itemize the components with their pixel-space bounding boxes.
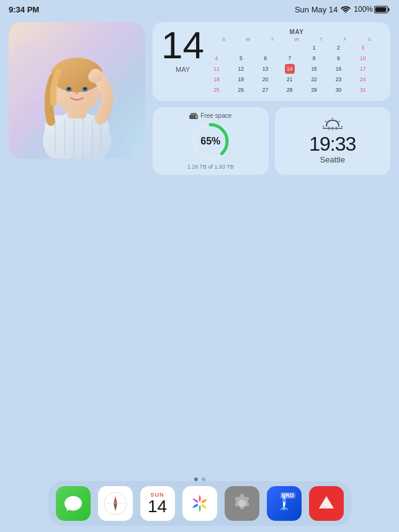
photo-placeholder [9,22,145,159]
calendar-dock-icon[interactable]: SUN 14 [140,486,175,521]
battery-label: 100% [354,5,373,14]
storage-icon [189,113,198,119]
svg-point-14 [68,87,70,90]
cal-day-8: 8 [309,53,319,63]
sunrise-icon [323,118,343,133]
photo-widget[interactable] [9,22,145,159]
red-app-icon[interactable] [309,486,344,521]
battery-icon: 100% [354,5,390,14]
svg-point-0 [345,12,346,13]
cal-day-28: 28 [285,85,295,95]
status-time: 9:34 PM [9,5,39,14]
cal-day-6: 6 [261,53,271,63]
time-widget[interactable]: 19:33 Seattle [275,107,391,175]
day-header-t2: T [309,37,333,42]
status-bar: 9:34 PM Sun May 14 100% [0,0,399,17]
cal-day-23: 23 [333,74,343,84]
day-header-f: F [333,37,357,42]
storage-widget[interactable]: Free space 65% 1.26 TB of 1.93 TB [153,107,269,175]
cal-day-22: 22 [309,74,319,84]
cal-day-1: 1 [309,43,319,53]
cal-day-empty [285,43,295,53]
city-label: Seattle [320,155,345,164]
cal-day-4: 4 [212,53,222,63]
calendar-month-bottom: MAY [176,66,190,73]
day-header-s1: S [212,37,236,42]
cal-day-2: 2 [333,43,343,53]
calendar-grid: MAY S M T W T F S 1 2 [212,29,382,95]
cal-day-31: 31 [358,85,368,95]
rocketsim-app-icon[interactable]: PRO [267,486,302,521]
cal-day-empty [212,43,222,53]
cal-day-15: 15 [309,64,319,74]
storage-detail: 1.26 TB of 1.93 TB [159,164,262,170]
cal-day-21: 21 [285,74,295,84]
svg-rect-3 [375,7,387,12]
svg-rect-24 [191,113,197,115]
cal-day-5: 5 [236,53,246,63]
cal-day-3: 3 [358,43,368,53]
status-icons: Sun May 14 100% [295,5,390,14]
storage-label-text: Free space [200,112,231,119]
cal-day-25: 25 [212,85,222,95]
wifi-icon [341,6,351,13]
cal-day-empty [261,43,271,53]
svg-line-30 [339,121,340,122]
svg-point-25 [195,116,197,118]
bottom-widgets: Free space 65% 1.26 TB of 1.93 TB [153,107,390,175]
cal-day-17: 17 [358,64,368,74]
cal-day-11: 11 [212,64,222,74]
safari-app-icon[interactable] [98,486,133,521]
cal-day-18: 18 [212,74,222,84]
svg-point-42 [114,502,117,505]
cal-day-26: 26 [236,85,246,95]
cal-day-27: 27 [261,85,271,95]
cal-day-20: 20 [261,74,271,84]
svg-point-43 [197,502,202,506]
cal-day-19: 19 [236,74,246,84]
day-header-w: W [284,37,308,42]
cal-day-12: 12 [236,64,246,74]
svg-point-15 [84,87,86,90]
cal-day-9: 9 [333,53,343,63]
calendar-day-headers: S M T W T F S [212,37,382,42]
storage-percent: 65% [200,136,220,147]
dock: SUN 14 PRO [48,481,351,526]
widgets-area: 14 MAY MAY S M T W T F S [0,17,399,175]
cal-day-10: 10 [358,53,368,63]
photos-app-icon[interactable] [182,486,217,521]
day-header-m: M [236,37,260,42]
svg-point-44 [282,499,286,502]
storage-label: Free space [159,112,262,119]
cal-day-30: 30 [333,85,343,95]
cal-day-24: 24 [358,74,368,84]
calendar-month-header: MAY [212,29,382,35]
cal-day-empty [236,43,246,53]
cal-day-14: 14 [285,64,295,74]
messages-app-icon[interactable] [56,486,91,521]
cal-day-7: 7 [285,53,295,63]
calendar-days: 1 2 3 4 5 6 7 8 9 10 11 12 13 14 15 [212,43,382,95]
day-header-s2: S [357,37,382,42]
svg-line-29 [325,121,326,122]
storage-circle: 65% [191,122,230,161]
cal-day-16: 16 [333,64,343,74]
day-header-t1: T [260,37,284,42]
time-display: 19:33 [309,134,356,154]
calendar-date: 14 [161,26,204,64]
svg-point-16 [88,71,103,83]
svg-rect-2 [388,8,390,11]
cal-day-13: 13 [261,64,271,74]
cal-dock-number: 14 [148,498,167,515]
right-widgets: 14 MAY MAY S M T W T F S [153,22,390,175]
date-label: Sun May 14 [295,5,338,14]
cal-day-29: 29 [309,85,319,95]
calendar-widget[interactable]: 14 MAY MAY S M T W T F S [153,22,390,101]
settings-app-icon[interactable] [225,486,259,521]
